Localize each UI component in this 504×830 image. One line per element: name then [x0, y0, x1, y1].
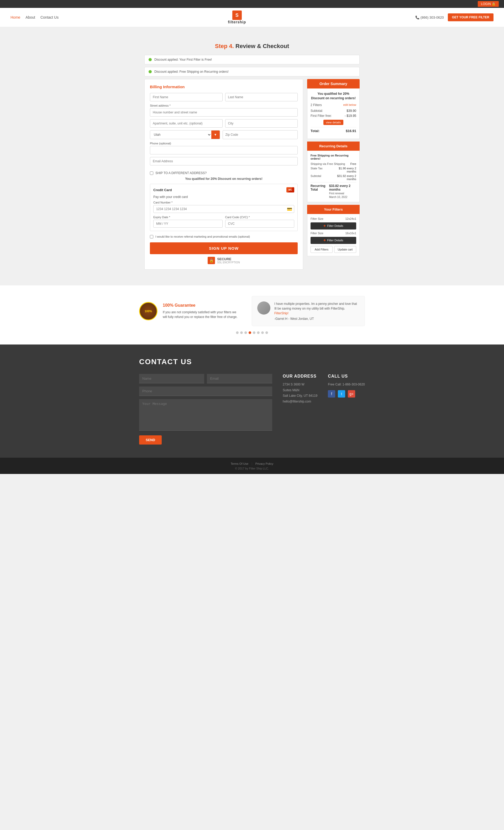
testimonial-author: -Garret H - West Jordan, UT [274, 317, 359, 321]
avatar [257, 301, 270, 315]
card-number-wrap: 💳 [153, 205, 294, 213]
dot-5[interactable] [253, 331, 256, 334]
total-line: Total: $16.91 [310, 127, 356, 133]
apt-input[interactable] [150, 119, 223, 128]
cvc-input[interactable] [225, 220, 295, 228]
cc-pay-text: Pay with your credit card [153, 195, 294, 199]
contact-name-input[interactable] [139, 374, 204, 383]
plus-icon-1: ✚ [324, 224, 326, 228]
footer: Terms Of Use | Privacy Policy © 2017 by … [0, 458, 504, 474]
call-title: CALL US [328, 374, 365, 379]
card-number-input[interactable] [153, 205, 294, 213]
nav-about[interactable]: About [26, 15, 35, 20]
dot-8[interactable] [265, 331, 268, 334]
twitter-icon[interactable]: t [338, 390, 345, 397]
last-name-input[interactable] [225, 93, 298, 101]
nav-home[interactable]: Home [10, 15, 20, 20]
phone-number: 📞 (866) 303-0620 [415, 15, 444, 20]
qualified-text: You qualified for 20% Discount on recurr… [310, 92, 356, 101]
ssl-label: SSL ENCRYPTION [217, 261, 240, 264]
phone-label: Phone (optional) [150, 142, 298, 145]
filter2-details-label: Filter Details [327, 239, 343, 242]
privacy-link[interactable]: Privacy Policy [256, 462, 273, 465]
update-cart-button[interactable]: Update cart [334, 246, 356, 253]
nav-contact[interactable]: Contact Us [40, 15, 59, 20]
dot-3[interactable] [244, 331, 247, 334]
city-input[interactable] [225, 119, 298, 128]
social-icons: f t g+ [328, 390, 365, 397]
discount-dot-1 [148, 58, 152, 61]
header: Home About Contact Us S filtership 📞 (86… [0, 8, 504, 27]
cvc-group: Card Code (CVC) * [225, 216, 295, 228]
testimonial: I have multiple properties. Im a penny p… [252, 296, 365, 326]
googleplus-icon[interactable]: g+ [348, 390, 355, 397]
filter2-size-row: Filter Size 16x16x1 [310, 232, 356, 235]
state-select-wrap: Utah ▼ [150, 130, 220, 139]
send-button[interactable]: SEND [139, 435, 162, 445]
subtotal-value: $39.90 [346, 109, 356, 113]
billing-title: Billing Information [150, 85, 298, 89]
call-number: Free Call: 1-866-303-0620 [328, 382, 365, 388]
guarantee-text: 100% Guarantee If you are not completely… [163, 303, 241, 319]
marketing-checkbox[interactable] [150, 235, 153, 238]
dot-2[interactable] [240, 331, 243, 334]
order-summary: Order Summary You qualified for 20% Disc… [307, 79, 360, 256]
email-input[interactable] [150, 157, 298, 165]
rec-subtotal-value: $31.92 every 2 months [333, 174, 356, 181]
dot-7[interactable] [261, 331, 264, 334]
your-filters-body: Filter Size 12x24x1 ✚ Filter Details Fil… [307, 214, 360, 256]
filters-row: 2 Filters edit below [310, 103, 356, 107]
top-bar: LOGIN 🔒 [0, 0, 504, 8]
filter1-details-button[interactable]: ✚ Filter Details [310, 222, 356, 229]
facebook-icon[interactable]: f [328, 390, 335, 397]
guarantee-left: 100% 100% Guarantee If you are not compl… [139, 302, 241, 320]
recurring-header: Recurring Details [307, 141, 360, 151]
rec-renewal-label: First renewal [329, 192, 344, 195]
rec-total-value: $33.82 every 2 months First renewal Marc… [329, 184, 356, 199]
filter2-details-button[interactable]: ✚ Filter Details [310, 237, 356, 244]
mastercard-icon: MC [287, 187, 294, 192]
ship-diff-checkbox[interactable] [150, 171, 153, 175]
rec-tax-label: State Tax [310, 167, 333, 170]
expiry-input[interactable] [153, 220, 223, 228]
state-select[interactable]: Utah [150, 130, 211, 139]
discount-bar-2: Discount applied: Free Shipping on Recur… [144, 67, 360, 76]
logo-icon: S [232, 10, 242, 20]
guarantee-inner: 100% 100% Guarantee If you are not compl… [139, 296, 365, 326]
free-ship-text: Free Shipping on Recurring orders! [310, 154, 356, 160]
carousel-dots [10, 331, 494, 334]
login-button[interactable]: LOGIN 🔒 [478, 1, 499, 7]
dot-1[interactable] [236, 331, 239, 334]
footer-links: Terms Of Use | Privacy Policy [4, 461, 500, 466]
zip-input[interactable] [223, 130, 298, 139]
contact-message-input[interactable] [139, 399, 272, 430]
step-label: Step 4. [215, 43, 234, 50]
terms-link[interactable]: Terms Of Use [231, 462, 248, 465]
filter2-size-label: Filter Size [310, 232, 324, 235]
rec-total-label: Recurring Total [310, 184, 329, 191]
contact-name-email-row [139, 374, 272, 386]
signup-button[interactable]: SIGN UP NOW [150, 242, 298, 254]
get-filter-button[interactable]: GET YOUR FREE FILTER [448, 13, 494, 21]
secure-section: 🔒 SECURE SSL ENCRYPTION [150, 257, 298, 264]
contact-email-input[interactable] [207, 374, 272, 383]
step-title-text: Review & Checkout [235, 43, 289, 50]
ship-diff-label: SHIP TO A DIFFERENT ADDRESS? [156, 171, 207, 175]
phone-input[interactable] [150, 146, 298, 154]
rec-line-tax: State Tax $1.90 every 2 months [310, 167, 356, 173]
credit-card-section: Credit Card MC Pay with your credit card… [150, 184, 298, 231]
card-type-icon: 💳 [287, 206, 292, 212]
dot-4[interactable] [248, 331, 251, 334]
page-title: Step 4. Review & Checkout [144, 43, 360, 50]
edit-below-link[interactable]: edit below [343, 103, 356, 107]
dot-6[interactable] [257, 331, 260, 334]
street-input[interactable] [150, 108, 298, 117]
contact-phone-input[interactable] [139, 386, 272, 396]
cvc-label: Card Code (CVC) * [225, 216, 295, 219]
expiry-cvc-row: Expiry Date * Card Code (CVC) * [153, 216, 294, 228]
view-details-button[interactable]: view details [324, 120, 344, 125]
filters-count: 2 Filters [310, 103, 322, 107]
add-filters-button[interactable]: Add Filters [310, 246, 333, 253]
expiry-group: Expiry Date * [153, 216, 223, 228]
first-name-input[interactable] [150, 93, 223, 101]
